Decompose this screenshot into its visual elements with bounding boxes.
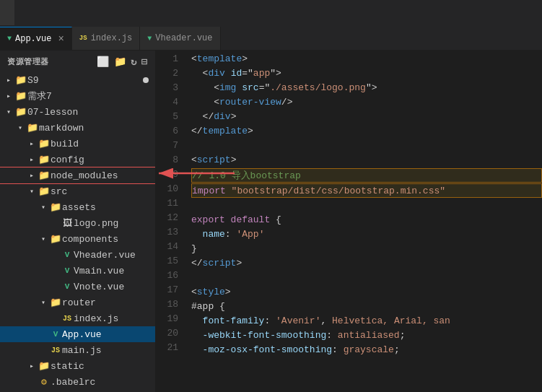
token: template (203, 126, 248, 136)
tree-item-index-js[interactable]: JS index.js (0, 310, 155, 326)
new-folder-icon[interactable]: 📁 (114, 56, 127, 68)
line-number-10: 10 (155, 182, 178, 196)
folder-icon: 📁 (14, 106, 27, 118)
code-content[interactable]: <template> <div id="app"> <img src="./as… (184, 51, 542, 392)
token: < (191, 97, 219, 108)
tree-item-router[interactable]: ▾ 📁 router (0, 295, 155, 310)
folder-icon: 📁 (38, 154, 51, 165)
token: default (231, 214, 271, 225)
tree-item-main-js[interactable]: JS main.js (0, 342, 155, 358)
tree-item-xu-qiu7[interactable]: ▸ 📁 需求7 (0, 88, 155, 104)
tree-item-assets[interactable]: ▾ 📁 assets (0, 199, 155, 215)
token: < (191, 154, 197, 165)
token: "bootstrap/dist/css/bootstrap.min.css" (232, 186, 445, 196)
top-bar (0, 0, 542, 25)
code-line-7 (191, 139, 542, 153)
tree-item-logo-png[interactable]: 🖼 logo.png (0, 215, 155, 231)
tree-item-config[interactable]: ▸ 📁 config (0, 152, 155, 167)
expand-arrow[interactable]: ▸ (3, 76, 14, 84)
tree-item-label: node_modules (51, 170, 152, 181)
collapse-icon[interactable]: ⊟ (141, 56, 148, 68)
tab-bar: ▼ App.vue ×JS index.js ▼ Vheader.vue (0, 25, 542, 51)
expand-arrow[interactable]: ▾ (14, 123, 26, 132)
tree-item-node_modules[interactable]: ▸ 📁 node_modules (0, 167, 155, 183)
token: , (320, 315, 332, 326)
line-number-21: 21 (155, 341, 178, 355)
code-line-9: // 1.0 导入bootstrap (191, 168, 542, 183)
tree-item-lesson07[interactable]: ▾ 📁 07-lesson (0, 104, 155, 120)
expand-arrow[interactable]: ▸ (26, 139, 38, 148)
expand-arrow[interactable]: ▾ (38, 235, 49, 243)
token: > (236, 258, 242, 269)
line-number-3: 3 (155, 81, 178, 95)
tree-item-static[interactable]: ▸ 📁 static (0, 358, 155, 374)
expand-arrow[interactable]: ▾ (38, 203, 49, 212)
code-line-2: <div id="app"> (191, 66, 542, 81)
line-number-2: 2 (155, 66, 178, 81)
tree-item-s9[interactable]: ▸ 📁 S9 (0, 72, 155, 88)
token: 'App' (236, 229, 264, 240)
tab-label: Vheader.vue (155, 33, 212, 43)
token: ; (394, 344, 400, 355)
token: script (197, 154, 231, 165)
tree-item-label: Vnote.vue (74, 282, 152, 292)
line-number-6: 6 (155, 124, 178, 139)
token: ; (400, 330, 406, 341)
vue-icon: V (61, 266, 74, 275)
code-line-21: -moz-osx-font-smoothing: grayscale; (191, 343, 542, 357)
code-line-15: </script> (191, 256, 542, 271)
expand-arrow[interactable]: ▸ (3, 92, 14, 100)
token: Helvetica (332, 315, 383, 326)
tab-vheader-vue[interactable]: ▼ Vheader.vue (140, 27, 220, 50)
sidebar-header-title: 资源管理器 (7, 56, 49, 67)
line-number-18: 18 (155, 297, 178, 312)
refresh-icon[interactable]: ↻ (131, 56, 137, 68)
modified-dot (143, 77, 149, 83)
expand-arrow[interactable]: ▸ (26, 155, 38, 164)
tree-item-label: Vheader.vue (74, 250, 152, 261)
tab-app-vue[interactable]: ▼ App.vue × (0, 27, 72, 50)
expand-arrow[interactable]: ▸ (26, 362, 38, 370)
tree-item-app-vue[interactable]: V App.vue (0, 326, 155, 342)
token: </ (191, 126, 203, 136)
tree-item-label: index.js (74, 313, 152, 324)
config-icon: ⚙ (38, 376, 51, 388)
line-number-1: 1 (155, 52, 178, 66)
tree-item-vheader-vue[interactable]: V Vheader.vue (0, 247, 155, 263)
code-area: 123456789101112131415161718192021 <templ… (155, 51, 542, 392)
tree-item-src[interactable]: ▾ 📁 src (0, 183, 155, 199)
token (225, 68, 231, 79)
tree-item-vnote-vue[interactable]: V Vnote.vue (0, 279, 155, 295)
tree-item-vmain-vue[interactable]: V Vmain.vue (0, 263, 155, 279)
line-number-13: 13 (155, 225, 178, 240)
line-number-19: 19 (155, 312, 178, 326)
token: template (197, 53, 242, 64)
token: : (264, 315, 276, 326)
folder-icon: 📁 (38, 138, 51, 149)
tree-item-label: markdown (39, 123, 152, 134)
js-icon: JS (49, 347, 62, 354)
tab-close[interactable]: × (58, 33, 64, 45)
tree-item-markdown[interactable]: ▾ 📁 markdown (0, 120, 155, 136)
token: , Arial, san (383, 315, 450, 326)
expand-arrow[interactable]: ▾ (38, 298, 49, 307)
tree-item-components[interactable]: ▾ 📁 components (0, 231, 155, 247)
tab-index-js[interactable]: JS index.js (72, 27, 140, 50)
line-number-14: 14 (155, 240, 178, 254)
token: -webkit-font-smoothing (191, 330, 326, 341)
token: img (219, 82, 236, 93)
token: import (192, 186, 232, 196)
expand-arrow[interactable]: ▸ (26, 171, 38, 180)
line-number-15: 15 (155, 254, 178, 269)
code-line-20: -webkit-font-smoothing: antialiased; (191, 328, 542, 343)
new-file-icon[interactable]: ⬜ (97, 56, 110, 68)
expand-arrow[interactable]: ▾ (3, 108, 14, 116)
token: #app { (191, 301, 225, 312)
expand-arrow[interactable]: ▾ (26, 187, 38, 196)
sidebar-header-actions[interactable]: ⬜ 📁 ↻ ⊟ (97, 56, 148, 68)
tree-item-build[interactable]: ▸ 📁 build (0, 136, 155, 152)
token: : (326, 330, 338, 341)
token: name (191, 229, 225, 240)
tree-item-label: src (51, 186, 152, 197)
tree-item-babelrc[interactable]: ⚙ .babelrc (0, 374, 155, 390)
